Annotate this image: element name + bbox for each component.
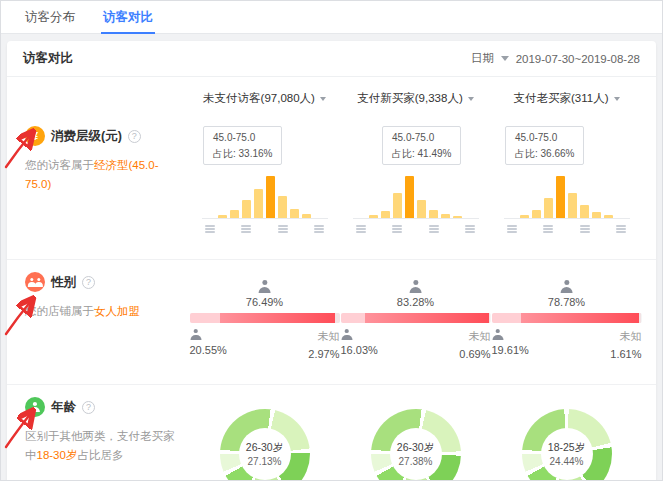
- gender-row-label: 性别 ? 您的店铺属于女人加盟: [21, 272, 189, 360]
- column-header-unpaid-visitors[interactable]: 未支付访客(97,080人): [189, 91, 340, 106]
- female-percentage: 83.28%: [397, 296, 434, 308]
- consumption-row-description: 您的访客属于经济型(45.0-75.0): [25, 156, 177, 194]
- axis-tick-icon: [616, 225, 626, 227]
- age-donut-chart: 18-25岁 24.44%: [522, 409, 612, 481]
- axis-tick-icon: [278, 225, 288, 227]
- range-tooltip: 45.0-75.0 占比: 33.16%: [203, 126, 282, 165]
- range-tooltip: 45.0-75.0 占比: 36.66%: [505, 126, 584, 165]
- axis-tick-icon: [429, 225, 439, 227]
- unknown-percentage: 2.97%: [308, 348, 339, 360]
- tab-visitor-distribution[interactable]: 访客分布: [11, 1, 89, 33]
- gender-ratio-bar: [190, 313, 340, 323]
- tab-bar: 访客分布 访客对比: [1, 1, 662, 34]
- range-value: 45.0-75.0: [392, 130, 451, 146]
- chevron-down-icon: [614, 97, 620, 101]
- row-consumption-level: ¥ 消费层级(元) ? 您的访客属于经济型(45.0-75.0) 45.0-75…: [7, 114, 656, 259]
- age-row-label: 年龄 ? 区别于其他两类，支付老买家中18-30岁占比居多: [21, 397, 189, 481]
- gender-cell-returning-buyers: 78.78% 19.61% 未知 1.61%: [491, 272, 642, 360]
- unknown-percentage: 1.61%: [610, 348, 641, 360]
- column-header-label: 支付老买家(311人): [514, 91, 609, 106]
- age-segment-label: 26-30岁: [246, 441, 283, 455]
- row-age: 年龄 ? 区别于其他两类，支付老买家中18-30岁占比居多 26-30岁 27.…: [7, 384, 656, 481]
- consumption-bar-chart: [504, 175, 630, 235]
- consumption-level-icon: ¥: [25, 126, 45, 146]
- female-icon: [409, 280, 423, 293]
- panel-title: 访客对比: [23, 50, 73, 67]
- axis-tick-icon: [507, 225, 517, 227]
- column-header-returning-buyers[interactable]: 支付老买家(311人): [491, 91, 642, 106]
- age-segment-label: 18-25岁: [548, 441, 585, 455]
- row-gender: 性别 ? 您的店铺属于女人加盟 76.49% 20.55%: [7, 259, 656, 384]
- column-header-label: 未支付访客(97,080人): [203, 91, 315, 106]
- consumption-cell-unpaid: 45.0-75.0 占比: 33.16%: [189, 126, 340, 235]
- age-cell-unpaid: 26-30岁 27.13%: [189, 397, 340, 481]
- range-value: 45.0-75.0: [213, 130, 272, 146]
- column-header-new-buyers[interactable]: 支付新买家(9,338人): [340, 91, 491, 106]
- donut-center-label: 18-25岁 24.44%: [541, 428, 593, 480]
- range-ratio: 占比: 33.16%: [213, 146, 272, 162]
- age-segment-value: 27.38%: [399, 456, 433, 467]
- age-segment-value: 24.44%: [550, 456, 584, 467]
- gender-ratio-bar: [492, 313, 642, 323]
- age-donut-chart: 26-30岁 27.38%: [371, 409, 461, 481]
- gender-row-title: 性别: [51, 274, 76, 291]
- content-area: 访客对比 日期 2019-07-30~2019-08-28 未支付访客(97,0…: [1, 34, 662, 481]
- range-value: 45.0-75.0: [515, 130, 574, 146]
- male-percentage: 20.55%: [190, 344, 227, 356]
- age-segment-label: 26-30岁: [397, 441, 434, 455]
- age-segment-value: 27.13%: [248, 456, 282, 467]
- panel-header: 访客对比 日期 2019-07-30~2019-08-28: [7, 41, 656, 77]
- help-icon[interactable]: ?: [82, 276, 95, 289]
- date-filter[interactable]: 日期 2019-07-30~2019-08-28: [471, 51, 640, 66]
- age-row-description: 区别于其他两类，支付老买家中18-30岁占比居多: [25, 427, 177, 465]
- female-icon: [560, 280, 574, 293]
- axis-tick-icon: [356, 225, 366, 227]
- male-percentage: 19.61%: [492, 344, 529, 356]
- gender-ratio-bar: [341, 313, 491, 323]
- age-donut-chart: 26-30岁 27.13%: [220, 409, 310, 481]
- female-percentage: 78.78%: [548, 296, 585, 308]
- donut-center-label: 26-30岁 27.38%: [390, 428, 442, 480]
- female-percentage: 76.49%: [246, 296, 283, 308]
- tab-visitor-comparison[interactable]: 访客对比: [89, 1, 167, 33]
- consumption-row-title: 消费层级(元): [51, 128, 122, 145]
- axis-tick-icon: [205, 225, 215, 227]
- visitor-comparison-panel: 访客对比 日期 2019-07-30~2019-08-28 未支付访客(97,0…: [7, 41, 656, 481]
- help-icon[interactable]: ?: [82, 401, 95, 414]
- axis-tick-icon: [580, 225, 590, 227]
- range-ratio: 占比: 36.66%: [515, 146, 574, 162]
- female-icon: [258, 280, 272, 293]
- gender-cell-new-buyers: 83.28% 16.03% 未知 0.69%: [340, 272, 491, 360]
- unknown-label: 未知: [318, 329, 340, 344]
- visitor-analytics-screen: 访客分布 访客对比 访客对比 日期 2019-07-30~2019-08-28 …: [0, 0, 663, 481]
- unknown-label: 未知: [469, 329, 491, 344]
- unknown-label: 未知: [620, 329, 642, 344]
- range-ratio: 占比: 41.49%: [392, 146, 451, 162]
- age-icon: [25, 397, 45, 417]
- date-filter-label[interactable]: 日期: [471, 51, 494, 66]
- date-range-value[interactable]: 2019-07-30~2019-08-28: [516, 53, 640, 65]
- description-text: 您的访客属于: [25, 159, 94, 171]
- consumption-bar-chart: [353, 175, 479, 235]
- help-icon[interactable]: ?: [128, 130, 141, 143]
- consumption-cell-new-buyers: 45.0-75.0 占比: 41.49%: [340, 126, 491, 235]
- axis-tick-icon: [543, 225, 553, 227]
- description-text: 您的店铺属于: [25, 305, 94, 317]
- male-percentage: 16.03%: [341, 344, 378, 356]
- male-icon: [190, 329, 202, 340]
- chevron-down-icon: [468, 97, 474, 101]
- description-highlight: 女人加盟: [94, 305, 140, 317]
- axis-tick-icon: [465, 225, 475, 227]
- axis-tick-icon: [314, 225, 324, 227]
- column-header-label: 支付新买家(9,338人): [357, 91, 462, 106]
- description-highlight: 18-30岁: [37, 449, 78, 461]
- description-text: 占比居多: [77, 449, 123, 461]
- male-icon: [492, 329, 504, 340]
- unknown-percentage: 0.69%: [459, 348, 490, 360]
- consumption-cell-returning-buyers: 45.0-75.0 占比: 36.66%: [491, 126, 642, 235]
- chevron-down-icon: [501, 56, 509, 61]
- male-icon: [341, 329, 353, 340]
- axis-tick-icon: [241, 225, 251, 227]
- age-cell-returning-buyers: 18-25岁 24.44%: [491, 397, 642, 481]
- chevron-down-icon: [320, 97, 326, 101]
